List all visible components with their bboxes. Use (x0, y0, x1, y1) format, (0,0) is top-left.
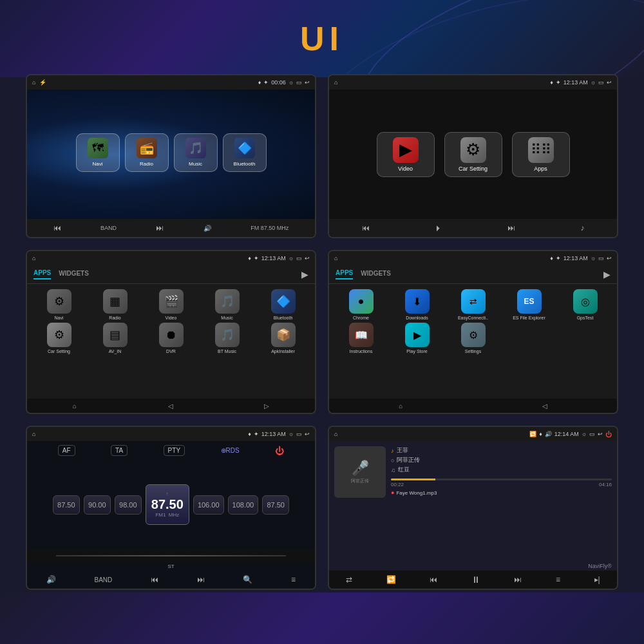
app-easyconn[interactable]: ⇄ EasyConnecti.. (446, 289, 500, 320)
android-tab-widgets[interactable]: WIDGETS (361, 270, 391, 279)
drawer-app-btmusic[interactable]: 🎵 BT Music (200, 323, 254, 354)
easyconn-label: EasyConnecti.. (458, 316, 488, 320)
ta-button[interactable]: TA (111, 445, 128, 456)
track-3[interactable]: ♫ 红豆 (391, 466, 612, 474)
progress-track[interactable] (391, 478, 612, 480)
bt-icon: ✦ (263, 79, 269, 86)
home-icon-3: ⌂ (32, 255, 35, 261)
back-5[interactable]: ↩ (305, 431, 310, 437)
prev-icon-2[interactable]: ⏮ (362, 223, 370, 232)
app-video[interactable]: ▶ Video (377, 132, 435, 177)
list-music[interactable]: ≡ (556, 575, 560, 584)
back-6[interactable]: ↩ (598, 431, 603, 437)
bright-3: ☼ (289, 255, 294, 261)
back-4[interactable]: ↩ (607, 255, 612, 261)
system-apps-grid: ⚙ Navi ▦ Radio 🎬 Video 🎵 Music 🔷 Bl (27, 284, 315, 359)
next-music[interactable]: ⏭ (514, 575, 522, 584)
drawer-app-video[interactable]: 🎬 Video (144, 289, 198, 320)
list-btn-radio[interactable]: ≡ (291, 575, 296, 584)
android-tab-apps[interactable]: APPS (336, 269, 353, 279)
prev-track-icon[interactable]: ⏮ (53, 223, 61, 232)
android-play-icon[interactable]: ▶ (603, 269, 611, 279)
band-btn-radio[interactable]: BAND (95, 576, 113, 583)
back-icon-2[interactable]: ↩ (607, 79, 612, 86)
video-icon: ▶ (393, 137, 419, 163)
drawer-app-carsetting[interactable]: ⚙ Car Setting (32, 323, 86, 354)
af-button[interactable]: AF (58, 445, 75, 456)
track-name-2: 阿菲正传 (397, 456, 420, 464)
screen-6: ▭ (589, 431, 595, 437)
track-1[interactable]: ♪ 王菲 (391, 446, 612, 455)
app-settings[interactable]: ⚙ Settings (446, 323, 500, 354)
drawer-play-icon[interactable]: ▶ (301, 269, 308, 279)
drawer-app-music[interactable]: 🎵 Music (200, 289, 254, 320)
screen-4: ▭ (598, 255, 604, 261)
app-esfile[interactable]: ES ES File Explorer (502, 289, 556, 320)
freq-10800[interactable]: 108.00 (228, 495, 259, 515)
app-music[interactable]: 🎵 Music (174, 133, 218, 172)
drawer-app-bluetooth[interactable]: 🔷 Bluetooth (256, 289, 310, 320)
app-gpstest[interactable]: ◎ GpsTest (558, 289, 612, 320)
bottom-home-4[interactable]: ⌂ (399, 402, 402, 410)
freq-8750[interactable]: 87.50 (53, 495, 80, 515)
repeat-icon[interactable]: 🔁 (386, 575, 396, 584)
drawer-app-navi[interactable]: ⚙ Navi (32, 289, 86, 320)
bottom-prev-3[interactable]: ◁ (168, 402, 173, 410)
app-carsetting[interactable]: ⚙ Car Setting (444, 132, 502, 177)
footer-background (0, 592, 644, 644)
bottom-back-3[interactable]: ⌂ (73, 402, 77, 410)
back-3[interactable]: ↩ (305, 255, 310, 261)
tab-widgets[interactable]: WIDGETS (59, 270, 89, 279)
next-icon-2[interactable]: ⏭ (507, 223, 515, 232)
next-track-icon[interactable]: ⏭ (156, 223, 164, 232)
vol-music[interactable]: ▸| (594, 575, 600, 584)
carsetting-icon: ⚙ (460, 137, 486, 163)
app-drawer-content: APPS WIDGETS ▶ ⚙ Navi ▦ Radio 🎬 Video (27, 265, 315, 399)
app-downloads[interactable]: ⬇ Downloads (390, 289, 444, 320)
freq-9000[interactable]: 90.00 (84, 495, 111, 515)
play-pause-music[interactable]: ⏸ (471, 574, 480, 585)
rds-indicator: ⊕RDS (221, 447, 240, 454)
drawer-app-avin[interactable]: ▤ AV_IN (88, 323, 142, 354)
pty-button[interactable]: PTY (164, 445, 185, 456)
prev-music[interactable]: ⏮ (430, 575, 437, 584)
app-radio[interactable]: 📻 Radio (125, 133, 169, 172)
app-playstore[interactable]: ▶ Play Store (390, 323, 444, 354)
app-bluetooth[interactable]: 🔷 Bluetooth (223, 133, 267, 172)
radio-top-controls: AF TA PTY ⊕RDS ⏻ (27, 441, 315, 460)
play-icon-2[interactable]: ⏵ (435, 223, 442, 232)
search-btn-radio[interactable]: 🔍 (243, 575, 252, 584)
radio-content: AF TA PTY ⊕RDS ⏻ 87.50 90.00 98.00 ↑ 87.… (27, 441, 315, 571)
status-bar-2: ⌂ ♦ ✦ 12:13 AM ☼ ▭ ↩ (329, 75, 617, 90)
vol-icon-radio[interactable]: 🔊 (46, 575, 56, 584)
power-music[interactable]: ⏻ (605, 431, 612, 438)
app-navi[interactable]: 🗺 Navi (76, 133, 120, 172)
drawer-radio-label: Radio (109, 316, 120, 320)
drawer-app-dvr[interactable]: ⏺ DVR (144, 323, 198, 354)
music-label: Music (189, 161, 202, 167)
app-apps[interactable]: ⠿⠿ Apps (512, 132, 570, 177)
track-2[interactable]: ○ 阿菲正传 (391, 456, 612, 464)
loc-6: ♦ (539, 431, 542, 437)
back-icon[interactable]: ↩ (305, 79, 310, 86)
drawer-app-radio[interactable]: ▦ Radio (88, 289, 142, 320)
home-icon-2: ⌂ (334, 79, 337, 86)
bottom-next-3[interactable]: ▷ (264, 402, 269, 410)
power-icon[interactable]: ⏻ (275, 446, 284, 456)
next-btn-radio[interactable]: ⏭ (197, 575, 205, 584)
app-chrome[interactable]: ● Chrome (334, 289, 388, 320)
freq-8750b[interactable]: 87.50 (262, 495, 289, 515)
app-instructions[interactable]: 📖 Instructions (334, 323, 388, 354)
bottom-back-btn-4[interactable]: ◁ (542, 402, 547, 410)
screen-3: ▭ (296, 255, 302, 261)
prev-btn-radio[interactable]: ⏮ (151, 575, 158, 584)
freq-10600[interactable]: 106.00 (193, 495, 224, 515)
drawer-app-apkinstaller[interactable]: 📦 ApkInstaller (256, 323, 310, 354)
shuffle-icon[interactable]: ⇄ (346, 575, 352, 584)
tab-apps[interactable]: APPS (33, 269, 51, 279)
settings-label: Settings (465, 349, 481, 354)
band-label[interactable]: BAND (100, 225, 117, 231)
downloads-icon: ⬇ (405, 289, 430, 314)
bottom-bar-3: ⌂ ◁ ▷ (27, 399, 315, 413)
freq-9800[interactable]: 98.00 (115, 495, 142, 515)
